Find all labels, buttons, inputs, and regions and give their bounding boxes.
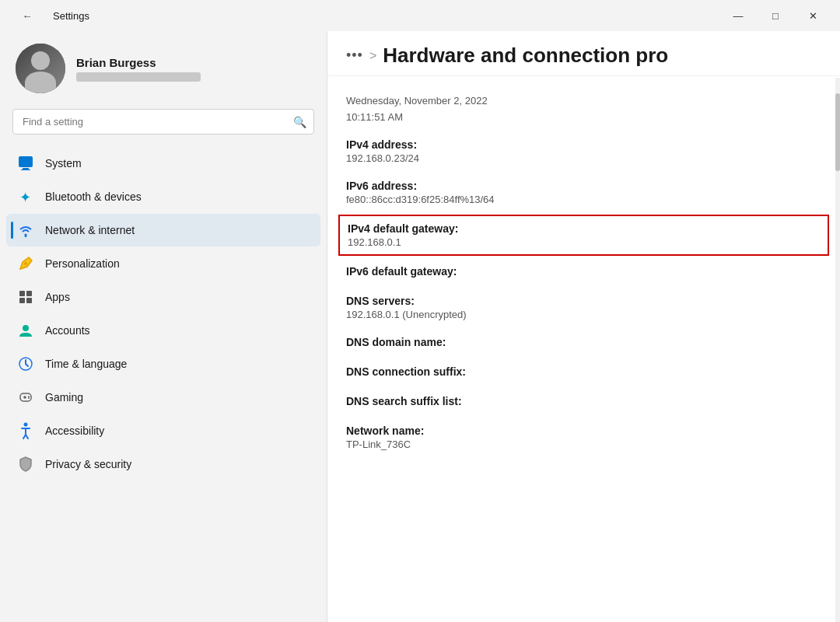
minimize-button[interactable]: — — [720, 3, 756, 28]
info-value-ipv6-address: fe80::86cc:d319:6f25:84ff%13/64 — [346, 194, 821, 205]
sidebar-item-label-accessibility: Accessibility — [45, 425, 104, 437]
info-value-ipv4-gateway: 192.168.0.1 — [348, 236, 820, 248]
info-label-dns-search-suffix: DNS search suffix list: — [346, 395, 821, 407]
svg-text:✦: ✦ — [19, 190, 31, 204]
info-value-dns-servers: 192.168.0.1 (Unencrypted) — [346, 309, 821, 320]
maximize-button[interactable]: □ — [758, 3, 793, 28]
info-row-ipv6-gateway: IPv6 default gateway: — [346, 257, 821, 287]
back-button[interactable]: ← — [9, 3, 45, 28]
bluetooth-icon: ✦ — [17, 188, 34, 205]
info-row-network-name: Network name:TP-Link_736C — [346, 417, 821, 458]
sidebar-item-label-bluetooth: Bluetooth & devices — [45, 190, 142, 203]
svg-point-4 — [25, 234, 27, 236]
info-label-ipv6-address: IPv6 address: — [346, 180, 821, 192]
personalization-icon — [17, 255, 34, 272]
info-row-dns-search-suffix: DNS search suffix list: — [346, 387, 821, 417]
sidebar-item-time[interactable]: Time & language — [6, 348, 320, 380]
info-row-dns-domain: DNS domain name: — [346, 328, 821, 358]
main-content: ••• > Hardware and connection pro Wednes… — [327, 31, 840, 622]
apps-icon — [17, 288, 34, 306]
sidebar-item-privacy[interactable]: Privacy & security — [6, 448, 320, 480]
info-label-ipv6-gateway: IPv6 default gateway: — [346, 265, 821, 278]
sidebar-item-gaming[interactable]: Gaming — [6, 381, 320, 414]
sidebar-item-system[interactable]: System — [6, 147, 320, 180]
sidebar-item-label-privacy: Privacy & security — [45, 458, 131, 470]
sidebar-item-label-gaming: Gaming — [45, 391, 83, 404]
network-icon — [17, 222, 34, 239]
timestamp: Wednesday, November 2, 2022 10:11:51 AM — [346, 82, 821, 131]
sidebar-item-label-accounts: Accounts — [45, 324, 90, 337]
timestamp-date: Wednesday, November 2, 2022 — [346, 93, 821, 110]
sidebar-item-accessibility[interactable]: Accessibility — [6, 414, 320, 447]
sidebar-item-bluetooth[interactable]: ✦Bluetooth & devices — [6, 180, 320, 213]
svg-rect-1 — [23, 168, 29, 169]
scrollbar-thumb — [835, 93, 840, 171]
svg-rect-8 — [19, 298, 25, 303]
sidebar-item-label-time: Time & language — [45, 358, 127, 370]
user-email-bar — [76, 72, 201, 82]
svg-point-14 — [28, 397, 30, 399]
info-label-network-name: Network name: — [346, 425, 821, 437]
info-label-ipv4-gateway: IPv4 default gateway: — [348, 222, 820, 235]
info-row-dns-conn-suffix: DNS connection suffix: — [346, 358, 821, 387]
info-label-dns-servers: DNS servers: — [346, 295, 821, 307]
content-header: ••• > Hardware and connection pro — [327, 31, 840, 76]
svg-point-13 — [28, 396, 30, 397]
info-label-dns-domain: DNS domain name: — [346, 336, 821, 348]
sidebar-item-label-network: Network & internet — [45, 224, 135, 236]
info-row-ipv6-address: IPv6 address:fe80::86cc:d319:6f25:84ff%1… — [346, 172, 821, 213]
search-icon: 🔍 — [293, 116, 306, 128]
nav-items: System✦Bluetooth & devicesNetwork & inte… — [0, 147, 327, 480]
accounts-icon — [17, 322, 34, 339]
accessibility-icon — [17, 422, 34, 439]
svg-rect-0 — [19, 156, 33, 167]
privacy-icon — [17, 456, 34, 473]
svg-rect-7 — [26, 291, 32, 296]
timestamp-time: 10:11:51 AM — [346, 110, 821, 126]
right-scrollbar — [835, 78, 840, 622]
info-rows-container: IPv4 address:192.168.0.23/24IPv6 address… — [346, 131, 821, 458]
info-row-ipv4-address: IPv4 address:192.168.0.23/24 — [346, 131, 821, 172]
avatar — [16, 44, 65, 93]
sidebar-item-personalization[interactable]: Personalization — [6, 247, 320, 280]
svg-point-5 — [24, 262, 27, 265]
user-name: Brian Burgess — [76, 56, 201, 69]
breadcrumb-separator: > — [369, 49, 376, 63]
titlebar: ← Settings — □ ✕ — [0, 0, 840, 31]
info-value-network-name: TP-Link_736C — [346, 439, 821, 450]
sidebar-item-accounts[interactable]: Accounts — [6, 314, 320, 347]
window-controls: — □ ✕ — [720, 3, 831, 28]
gaming-icon — [17, 389, 34, 406]
close-button[interactable]: ✕ — [795, 3, 831, 28]
svg-rect-2 — [21, 169, 30, 170]
content-body: Wednesday, November 2, 2022 10:11:51 AM … — [327, 76, 840, 622]
info-value-ipv4-address: 192.168.0.23/24 — [346, 152, 821, 164]
sidebar-item-label-apps: Apps — [45, 291, 70, 303]
search-box: 🔍 — [12, 109, 314, 135]
titlebar-left: ← Settings — [9, 3, 89, 28]
system-icon — [17, 155, 34, 172]
avatar-image — [16, 44, 65, 93]
search-input[interactable] — [12, 109, 314, 135]
info-section: Wednesday, November 2, 2022 10:11:51 AM … — [346, 82, 821, 458]
app-container: Brian Burgess 🔍 System✦Bluetooth & devic… — [0, 31, 840, 622]
info-label-ipv4-address: IPv4 address: — [346, 138, 821, 151]
time-icon — [17, 355, 34, 372]
app-title: Settings — [53, 10, 89, 22]
breadcrumb-dots[interactable]: ••• — [346, 47, 363, 64]
info-row-dns-servers: DNS servers:192.168.0.1 (Unencrypted) — [346, 287, 821, 328]
sidebar-item-network[interactable]: Network & internet — [6, 214, 320, 246]
svg-rect-6 — [19, 291, 25, 296]
sidebar: Brian Burgess 🔍 System✦Bluetooth & devic… — [0, 31, 327, 622]
svg-point-15 — [24, 423, 28, 427]
sidebar-item-apps[interactable]: Apps — [6, 281, 320, 313]
info-label-dns-conn-suffix: DNS connection suffix: — [346, 365, 821, 378]
info-row-ipv4-gateway: IPv4 default gateway:192.168.0.1 — [338, 215, 829, 256]
sidebar-item-label-system: System — [45, 157, 82, 169]
user-info: Brian Burgess — [76, 56, 201, 82]
sidebar-item-label-personalization: Personalization — [45, 257, 120, 270]
page-title: Hardware and connection pro — [383, 44, 668, 68]
user-profile: Brian Burgess — [0, 31, 327, 109]
svg-rect-9 — [26, 298, 32, 303]
svg-point-10 — [23, 325, 29, 331]
